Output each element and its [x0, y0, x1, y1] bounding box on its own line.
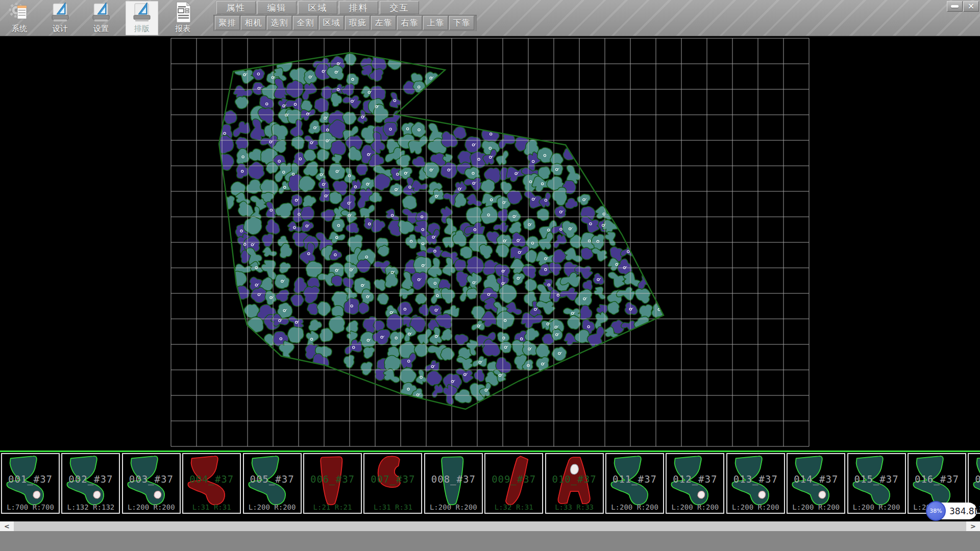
tool-选割[interactable]: 选割	[267, 16, 292, 30]
nesting-canvas-svg	[0, 36, 980, 450]
thumbnail-cell-013_#37[interactable]: 013_#37 L:200 R:200	[726, 453, 785, 514]
thumbnail-cell-009_#37[interactable]: 009_#37 L:32 R:31	[484, 453, 543, 514]
thumbnail-cell-004_#37[interactable]: 004_#37 L:31 R:31	[182, 453, 241, 514]
part-lr-count: L:33 R:33	[546, 503, 603, 511]
part-name: 012_#37	[667, 473, 723, 485]
tool-聚排[interactable]: 聚排	[215, 16, 240, 30]
memory-value: 384.8M	[949, 506, 980, 516]
app-button-label: 排版	[134, 24, 150, 34]
tool-右靠[interactable]: 右靠	[397, 16, 422, 30]
close-icon: ✕	[968, 3, 974, 11]
thumbnail-cell-005_#37[interactable]: 005_#37 L:200 R:200	[243, 453, 302, 514]
part-name: 007_#37	[364, 473, 421, 485]
thumbnail-cell-012_#37[interactable]: 012_#37 L:200 R:200	[666, 453, 724, 514]
part-name: 003_#37	[123, 473, 180, 485]
app-button-label: 设计	[53, 24, 68, 34]
part-name: 016_#37	[909, 473, 965, 485]
close-button[interactable]: ✕	[963, 1, 979, 12]
tool-上靠[interactable]: 上靠	[423, 16, 448, 30]
memory-usage-badge: 384.8M 38%	[926, 502, 977, 520]
scroll-right-button[interactable]: >	[966, 521, 980, 531]
tool-左靠[interactable]: 左靠	[371, 16, 396, 30]
titlebar: 系统 设计 设置 排版	[0, 0, 980, 36]
part-name: 014_#37	[788, 473, 844, 485]
part-name: 002_#37	[62, 473, 119, 485]
menu-排料[interactable]: 排料	[339, 1, 378, 14]
part-name: 010_#37	[546, 473, 603, 485]
thumbnail-cell-002_#37[interactable]: 002_#37 L:132 R:132	[61, 453, 120, 514]
tool-瑕疵[interactable]: 瑕疵	[345, 16, 370, 30]
part-lr-count: L:21 R:21	[304, 503, 361, 511]
nested-pieces	[213, 52, 670, 406]
tool-下靠[interactable]: 下靠	[449, 16, 474, 30]
scroll-left-button[interactable]: <	[0, 521, 14, 531]
thumbnail-cell-003_#37[interactable]: 003_#37 L:200 R:200	[122, 453, 181, 514]
part-name: 005_#37	[244, 473, 301, 485]
part-lr-count: L:31 R:31	[183, 503, 240, 511]
thumbnail-cell-014_#37[interactable]: 014_#37 L:200 R:200	[787, 453, 845, 514]
thumbnail-cell-007_#37[interactable]: 007_#37 L:31 R:31	[363, 453, 422, 514]
part-lr-count: L:200 R:200	[727, 503, 784, 511]
thumbnail-cell-015_#37[interactable]: 015_#37 L:200 R:200	[847, 453, 906, 514]
menu-区域[interactable]: 区域	[298, 1, 337, 14]
memory-percent: 38%	[929, 508, 942, 514]
part-lr-count: L:32 R:31	[485, 503, 542, 511]
chevron-left-icon: <	[4, 522, 10, 530]
part-lr-count: L:200 R:200	[425, 503, 482, 511]
part-lr-count: L:200 R:200	[244, 503, 301, 511]
memory-percent-circle: 38%	[926, 501, 946, 521]
part-name: 001_#37	[2, 473, 59, 485]
menu-属性[interactable]: 属性	[216, 1, 256, 14]
ruler-icon	[131, 1, 153, 23]
part-name: 008_#37	[425, 473, 482, 485]
minimize-button[interactable]	[947, 1, 963, 12]
tool-区域[interactable]: 区域	[319, 16, 344, 30]
nesting-canvas[interactable]	[0, 36, 980, 450]
part-name: 004_#37	[183, 473, 240, 485]
part-lr-count: L:200 R:200	[667, 503, 723, 511]
part-lr-count: L:132 R:132	[62, 503, 119, 511]
part-lr-count: L:200 R:200	[848, 503, 905, 511]
app-button-label: 报表	[175, 24, 190, 34]
part-name: 013_#37	[727, 473, 784, 485]
thumbnail-cell-011_#37[interactable]: 011_#37 L:200 R:200	[605, 453, 664, 514]
parts-strip: 001_#37 L:700 R:700 002_#37 L:132 R:132 …	[0, 450, 980, 521]
part-lr-count: L:200 R:200	[788, 503, 844, 511]
minimize-icon	[951, 5, 959, 8]
tool-全割[interactable]: 全割	[293, 16, 318, 30]
ruler-icon	[50, 1, 71, 23]
status-bar	[0, 531, 980, 551]
app-button-设计[interactable]: 设计	[44, 1, 77, 35]
app-button-报表[interactable]: 报表	[166, 1, 199, 35]
app-button-label: 设置	[93, 24, 109, 34]
part-lr-count: L:200 R:200	[606, 503, 663, 511]
ruler-icon	[90, 1, 112, 23]
thumbnail-cell-001_#37[interactable]: 001_#37 L:700 R:700	[1, 453, 60, 514]
gear-document-icon	[9, 1, 30, 23]
part-name: 017_#37	[969, 473, 980, 485]
menu-交互[interactable]: 交互	[380, 1, 419, 14]
menu-编辑[interactable]: 编辑	[257, 1, 297, 14]
part-lr-count: L:200 R:200	[123, 503, 180, 511]
part-name: 009_#37	[485, 473, 542, 485]
app-button-设置[interactable]: 设置	[85, 1, 117, 35]
app-button-label: 系统	[12, 24, 27, 34]
part-lr-count: L:700 R:700	[2, 503, 59, 511]
strip-top-line	[0, 450, 980, 452]
thumbnail-cell-008_#37[interactable]: 008_#37 L:200 R:200	[424, 453, 483, 514]
thumbnail-cell-010_#37[interactable]: 010_#37 L:33 R:33	[545, 453, 604, 514]
app-button-系统[interactable]: 系统	[3, 1, 36, 35]
part-name: 015_#37	[848, 473, 905, 485]
app-button-排版[interactable]: 排版	[126, 1, 158, 35]
report-icon	[172, 1, 193, 23]
part-lr-count: L:31 R:31	[364, 503, 421, 511]
horizontal-scrollbar[interactable]: < >	[0, 521, 980, 531]
part-name: 011_#37	[606, 473, 663, 485]
tool-相机[interactable]: 相机	[241, 16, 266, 30]
part-name: 006_#37	[304, 473, 361, 485]
chevron-right-icon: >	[970, 522, 976, 530]
thumbnail-cell-006_#37[interactable]: 006_#37 L:21 R:21	[303, 453, 362, 514]
